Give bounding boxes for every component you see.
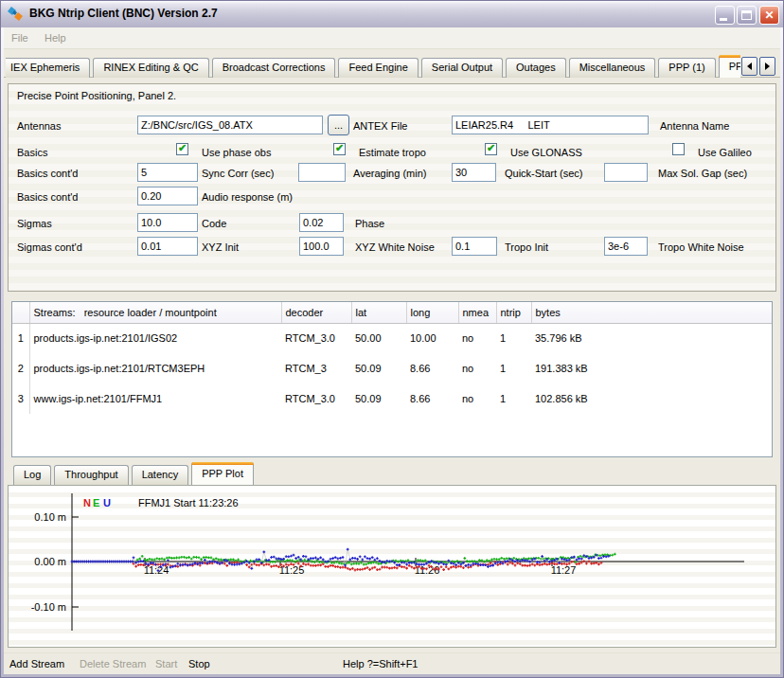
tab-scroll-right-button[interactable] [759,57,775,76]
tropo-init-input[interactable] [452,237,497,256]
use-phase-obs-checkbox[interactable] [176,143,188,155]
stream-cell-bytes: 35.796 kB [531,323,772,353]
sigmas-contd-label: Sigmas cont'd [17,241,82,254]
tab-scroll-left-button[interactable] [741,57,757,76]
sync-corr-input[interactable] [137,163,198,182]
maximize-button[interactable] [737,6,757,25]
tab-ppp-2[interactable]: PPP (2) [719,55,740,78]
use-galileo-checkbox[interactable] [672,143,685,155]
stream-cell-index: 1 [12,323,29,353]
bottom-tab-throughput[interactable]: Throughput [54,465,128,485]
tropo-init-label: Tropo Init [505,241,548,254]
sigma-phase-label: Phase [355,217,384,230]
window-title: BKG Ntrip Client (BNC) Version 2.7 [29,7,218,20]
streams-header-nmea: nmea [458,302,496,323]
menu-bar: File Help [4,27,780,49]
bottom-tab-log[interactable]: Log [13,465,51,485]
stream-cell-mountpoint: www.igs-ip.net:2101/FFMJ1 [29,384,281,414]
tab-ppp-1[interactable]: PPP (1) [658,58,715,78]
ppp2-form-panel [8,83,776,292]
menu-help[interactable]: Help [45,32,66,44]
stream-row-3[interactable]: 3www.igs-ip.net:2101/FFMJ1RTCM_3.050.098… [12,384,772,414]
tab-feed-engine[interactable]: Feed Engine [338,58,418,78]
tropo-white-noise-input[interactable] [604,237,648,256]
stream-cell-decoder: RTCM_3 [281,353,351,384]
antenna-name-input[interactable] [452,116,649,134]
bottom-tab-latency[interactable]: Latency [132,465,189,485]
stream-cell-lat: 50.00 [351,323,406,353]
tab-scroll-arrows [741,57,775,76]
basics-contd2-label: Basics cont'd [17,190,78,204]
client-area: File Help IEX EphemerisRINEX Editing & Q… [4,27,780,674]
xyz-white-noise-input[interactable] [299,237,344,256]
quick-start-input[interactable] [452,163,496,182]
estimate-tropo-checkbox[interactable] [333,143,346,155]
use-phase-obs-label: Use phase obs [202,146,271,159]
use-glonass-checkbox[interactable] [485,143,497,155]
streams-header-index [12,302,29,323]
stream-cell-index: 2 [12,353,29,384]
help-shortcut-text: Help ?=Shift+F1 [343,658,419,669]
svg-text:11:27: 11:27 [551,564,577,576]
add-stream-button[interactable]: Add Stream [9,658,64,669]
stream-cell-nmea: no [458,323,496,353]
stream-cell-ntrip: 1 [496,323,531,353]
audio-response-label: Audio response (m) [202,190,293,204]
stream-cell-decoder: RTCM_3.0 [281,384,351,414]
stream-cell-bytes: 102.856 kB [531,384,772,414]
minimize-icon [720,18,727,21]
stream-cell-long: 8.66 [406,384,458,414]
sigma-phase-input[interactable] [299,213,344,232]
stream-row-2[interactable]: 2products.igs-ip.net:2101/RTCM3EPHRTCM_3… [12,353,772,384]
antex-browse-button[interactable]: ... [328,115,349,135]
tab-iex-ephemeris[interactable]: IEX Ephemeris [6,58,90,78]
xyz-white-noise-label: XYZ White Noise [355,241,435,254]
stop-button[interactable]: Stop [188,658,210,669]
panel-heading: Precise Point Positioning, Panel 2. [17,89,176,102]
svg-text:0.10 m: 0.10 m [34,511,66,523]
antex-file-label: ANTEX File [353,119,407,133]
app-icon [8,7,23,22]
audio-response-input[interactable] [137,187,198,205]
max-sol-gap-label: Max Sol. Gap (sec) [658,167,747,180]
left-arrow-icon [747,62,752,70]
tab-outages[interactable]: Outages [506,58,566,78]
stream-cell-lat: 50.09 [351,353,406,384]
bottom-tab-bar: LogThroughputLatencyPPP Plot [13,462,257,485]
max-sol-gap-input[interactable] [604,163,648,182]
start-button: Start [155,658,177,669]
antex-path-input[interactable] [137,116,323,134]
stream-cell-nmea: no [458,353,496,384]
tab-miscellaneous[interactable]: Miscellaneous [569,58,656,78]
xyz-init-input[interactable] [137,237,198,256]
tab-serial-output[interactable]: Serial Output [421,58,503,78]
minimize-button[interactable] [715,6,735,25]
stream-cell-lat: 50.09 [351,384,406,414]
stream-cell-mountpoint: products.igs-ip.net:2101/RTCM3EPH [29,353,281,384]
sync-corr-label: Sync Corr (sec) [202,167,274,180]
stream-cell-ntrip: 1 [496,384,531,414]
menu-file[interactable]: File [11,32,28,44]
tab-rinex-editing-qc[interactable]: RINEX Editing & QC [93,58,208,78]
right-arrow-icon [765,62,770,70]
bottom-tab-ppp-plot[interactable]: PPP Plot [191,462,254,485]
stream-cell-nmea: no [458,384,496,414]
stream-cell-ntrip: 1 [496,353,531,384]
averaging-input[interactable] [298,163,346,182]
sigma-code-input[interactable] [137,213,198,232]
stream-row-1[interactable]: 1products.igs-ip.net:2101/IGS02RTCM_3.05… [12,323,772,353]
streams-header-decoder: decoder [281,302,351,323]
delete-stream-button: Delete Stream [80,658,146,669]
streams-header-row: Streams: resource loader / mountpointdec… [12,302,772,323]
tab-broadcast-corrections[interactable]: Broadcast Corrections [212,58,336,78]
stream-cell-mountpoint: products.igs-ip.net:2101/IGS02 [29,323,281,353]
stream-cell-long: 10.00 [406,323,458,353]
streams-header-bytes: bytes [531,302,772,323]
svg-text:0.00 m: 0.00 m [34,556,66,567]
streams-header-long: long [406,302,458,323]
stream-cell-bytes: 191.383 kB [531,353,772,384]
top-tab-bar: IEX EphemerisRINEX Editing & QCBroadcast… [6,55,740,78]
app-window: BKG Ntrip Client (BNC) Version 2.7 ✕ Fil… [0,0,784,678]
averaging-label: Averaging (min) [353,167,426,180]
close-button[interactable]: ✕ [759,6,779,25]
